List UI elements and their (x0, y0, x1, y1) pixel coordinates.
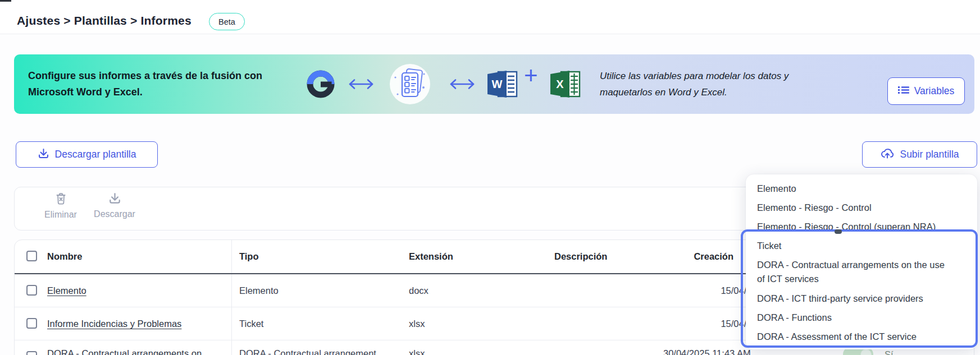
excel-letter: X (556, 78, 564, 90)
menu-item[interactable]: DORA - Contractual arrangements on the u… (746, 255, 966, 289)
cell-tipo: Elemento (239, 285, 279, 296)
toggle-label: Sí (885, 349, 894, 355)
toggle-knob (860, 349, 872, 355)
plus-sign: + (524, 62, 538, 89)
banner-title-line1: Configure sus informes a través de la fu… (28, 68, 262, 84)
cell-creacion: 15/04/2025 (618, 285, 767, 296)
download-selected-button[interactable]: Descargar (80, 192, 149, 219)
menu-item[interactable]: DORA - ICT third-party service providers (746, 289, 977, 308)
upload-template-menu: Elemento Elemento - Riesgo - Control Ele… (746, 174, 977, 349)
download-template-button[interactable]: Descargar plantilla (16, 141, 158, 168)
word-file-icon: W (486, 70, 519, 101)
checklist-doc-icon (389, 63, 431, 108)
upload-template-button[interactable]: Subir plantilla (862, 141, 977, 168)
app-logo-g-icon (305, 68, 336, 102)
header-descripcion: Descripción (554, 251, 607, 262)
header-creacion: Creación (601, 251, 733, 262)
banner-hint: Utilice las variables para modelar los d… (600, 68, 788, 100)
download-label: Descargar (94, 209, 135, 219)
menu-item[interactable]: Elemento - Riesgo - Control (superan NRA… (746, 217, 977, 236)
download-icon (38, 147, 49, 162)
template-name-link[interactable]: Informe Incidencias y Problemas (47, 319, 181, 329)
template-name-link[interactable]: DORA - Contractual arrangements on (47, 348, 202, 355)
row-checkbox[interactable] (26, 351, 37, 355)
banner-hint-line2: maquetarlos en Word y Excel. (600, 84, 788, 100)
screen-edge-artifact (0, 0, 11, 2)
menu-item[interactable]: Ticket (746, 236, 977, 255)
cell-creacion: 15/04/2025 (618, 319, 767, 329)
banner-hint-line1: Utilice las variables para modelar los d… (600, 68, 788, 84)
menu-item[interactable]: DORA - Assessment of the ICT service (746, 327, 977, 346)
header-tipo: Tipo (239, 251, 259, 262)
breadcrumb[interactable]: Ajustes > Plantillas > Informes (17, 14, 192, 27)
select-all-checkbox[interactable] (26, 251, 37, 261)
beta-badge: Beta (209, 13, 245, 30)
reports-templates-page: Ajustes > Plantillas > Informes Beta Con… (0, 0, 980, 355)
menu-item[interactable]: DORA - Functions (746, 308, 977, 327)
download-icon (108, 192, 121, 207)
swap-arrow-icon (345, 78, 377, 93)
row-checkbox[interactable] (26, 318, 37, 329)
delete-label: Eliminar (44, 210, 77, 220)
word-letter: W (492, 78, 503, 90)
cell-tipo: DORA - Contractual arrangement (239, 348, 376, 355)
menu-item[interactable]: Elemento - Riesgo - Control (746, 198, 977, 217)
excel-file-icon: X (549, 70, 582, 101)
cell-extension: docx (409, 285, 429, 296)
cell-extension: xlsx (409, 348, 425, 355)
merge-info-banner: Configure sus informes a través de la fu… (14, 54, 974, 114)
header-nombre: Nombre (47, 251, 82, 262)
row-checkbox[interactable] (26, 285, 37, 296)
banner-title-line2: Microsoft Word y Excel. (28, 84, 262, 100)
cell-creacion: 30/04/2025 11:43 AM (663, 348, 751, 355)
variables-button[interactable]: Variables (887, 77, 965, 105)
cloud-upload-icon (880, 147, 894, 162)
cell-extension: xlsx (409, 319, 425, 329)
trash-x-icon (54, 192, 67, 208)
download-template-label: Descargar plantilla (55, 149, 136, 160)
menu-item[interactable]: Elemento (746, 179, 977, 198)
upload-template-label: Subir plantilla (900, 149, 959, 160)
swap-arrow-icon (446, 78, 478, 93)
header-extension: Extensión (409, 251, 453, 262)
variables-button-label: Variables (914, 85, 955, 97)
cell-tipo: Ticket (239, 319, 263, 329)
top-bar: Ajustes > Plantillas > Informes Beta (0, 0, 980, 34)
banner-title: Configure sus informes a través de la fu… (28, 68, 262, 100)
template-name-link[interactable]: Elemento (47, 285, 86, 296)
list-icon (898, 85, 909, 98)
